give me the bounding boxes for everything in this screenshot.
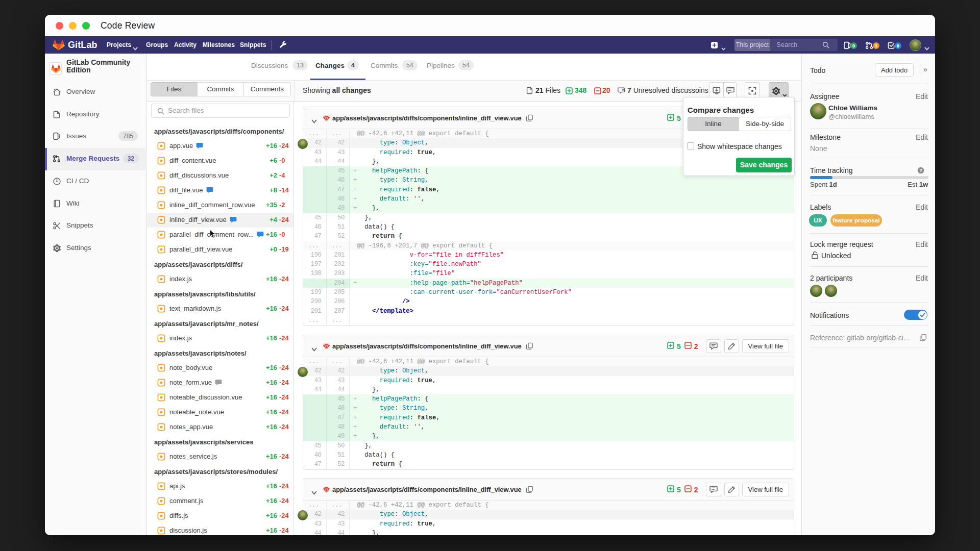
svg-text:?: ? [919, 168, 922, 173]
